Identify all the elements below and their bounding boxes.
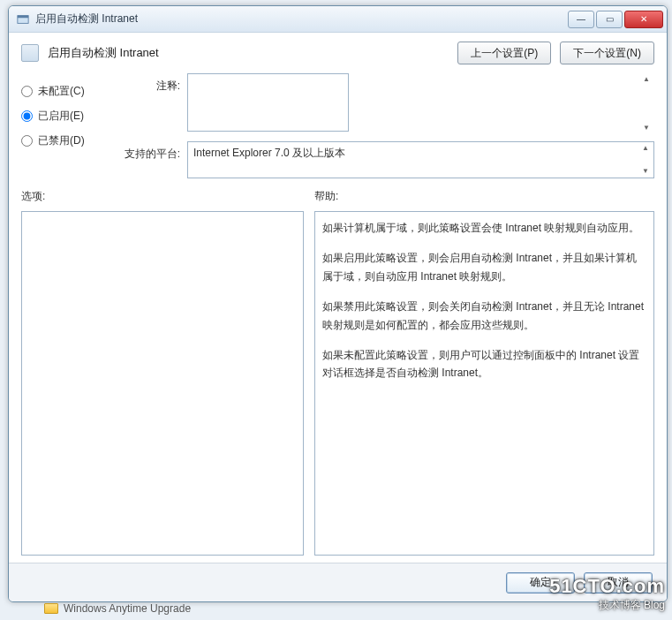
maximize-button[interactable]: ▭ (596, 11, 623, 28)
radio-disabled-label: 已禁用(D) (38, 133, 85, 148)
taskbar-item-label: Windows Anytime Upgrade (64, 602, 191, 615)
panels: 如果计算机属于域，则此策略设置会使 Intranet 映射规则自动应用。 如果启… (9, 208, 667, 563)
help-paragraph: 如果禁用此策略设置，则会关闭自动检测 Intranet，并且无论 Intrane… (322, 298, 646, 334)
radio-not-configured-label: 未配置(C) (38, 84, 85, 99)
help-label: 帮助: (314, 189, 654, 204)
radio-enabled-label: 已启用(E) (38, 109, 84, 124)
radio-disabled-input[interactable] (21, 135, 33, 147)
mid-labels: 选项: 帮助: (9, 180, 667, 208)
folder-icon (44, 603, 58, 614)
prev-setting-button[interactable]: 上一个设置(P) (457, 42, 551, 64)
state-radio-group: 未配置(C) 已启用(E) 已禁用(D) (21, 73, 108, 178)
policy-icon (21, 44, 39, 62)
next-setting-button[interactable]: 下一个设置(N) (560, 42, 654, 64)
header-row: 启用自动检测 Intranet 上一个设置(P) 下一个设置(N) (9, 33, 667, 70)
radio-enabled[interactable]: 已启用(E) (21, 103, 108, 128)
help-paragraph: 如果计算机属于域，则此策略设置会使 Intranet 映射规则自动应用。 (322, 219, 646, 237)
platform-value: Internet Explorer 7.0 及以上版本 (193, 147, 345, 159)
footer: 确定 取消 (9, 563, 667, 601)
app-icon (16, 12, 30, 26)
platform-label: 支持的平台: (118, 141, 180, 178)
options-label: 选项: (21, 189, 304, 204)
close-button[interactable]: ✕ (624, 11, 663, 28)
svg-rect-1 (18, 15, 28, 18)
comment-textarea[interactable] (187, 73, 349, 132)
taskbar-item[interactable]: Windows Anytime Upgrade (44, 602, 191, 615)
comment-scroll-arrows: ▲ ▼ (640, 75, 653, 132)
radio-disabled[interactable]: 已禁用(D) (21, 128, 108, 153)
titlebar: 启用自动检测 Intranet — ▭ ✕ (9, 6, 667, 33)
minimize-button[interactable]: — (568, 11, 594, 28)
kv-column: 注释: ▲ ▼ 支持的平台: Internet Explorer 7.0 及以上… (118, 73, 654, 178)
down-arrow-icon[interactable]: ▼ (639, 167, 652, 176)
options-panel (21, 211, 304, 556)
window-controls: — ▭ ✕ (568, 11, 667, 28)
comment-label: 注释: (118, 73, 180, 134)
ok-button[interactable]: 确定 (506, 572, 575, 594)
config-area: 未配置(C) 已启用(E) 已禁用(D) 注释: ▲ ▼ (9, 70, 667, 180)
up-arrow-icon[interactable]: ▲ (640, 75, 653, 84)
help-panel: 如果计算机属于域，则此策略设置会使 Intranet 映射规则自动应用。 如果启… (314, 211, 654, 556)
radio-not-configured[interactable]: 未配置(C) (21, 79, 108, 103)
comment-row: 注释: ▲ ▼ (118, 73, 654, 134)
dialog-window: 启用自动检测 Intranet — ▭ ✕ 启用自动检测 Intranet 上一… (8, 5, 668, 602)
up-arrow-icon[interactable]: ▲ (639, 144, 652, 153)
help-paragraph: 如果未配置此策略设置，则用户可以通过控制面板中的 Intranet 设置对话框选… (322, 346, 646, 382)
window-title: 启用自动检测 Intranet (35, 11, 568, 26)
platform-scroll-arrows: ▲ ▼ (639, 144, 652, 176)
platform-row: 支持的平台: Internet Explorer 7.0 及以上版本 ▲ ▼ (118, 141, 654, 178)
radio-enabled-input[interactable] (21, 110, 33, 122)
setting-title: 启用自动检测 Intranet (48, 45, 449, 61)
help-paragraph: 如果启用此策略设置，则会启用自动检测 Intranet，并且如果计算机属于域，则… (322, 249, 646, 285)
radio-not-configured-input[interactable] (21, 86, 33, 97)
cancel-button[interactable]: 取消 (584, 572, 653, 594)
platform-box: Internet Explorer 7.0 及以上版本 ▲ ▼ (187, 141, 654, 178)
down-arrow-icon[interactable]: ▼ (640, 124, 653, 132)
